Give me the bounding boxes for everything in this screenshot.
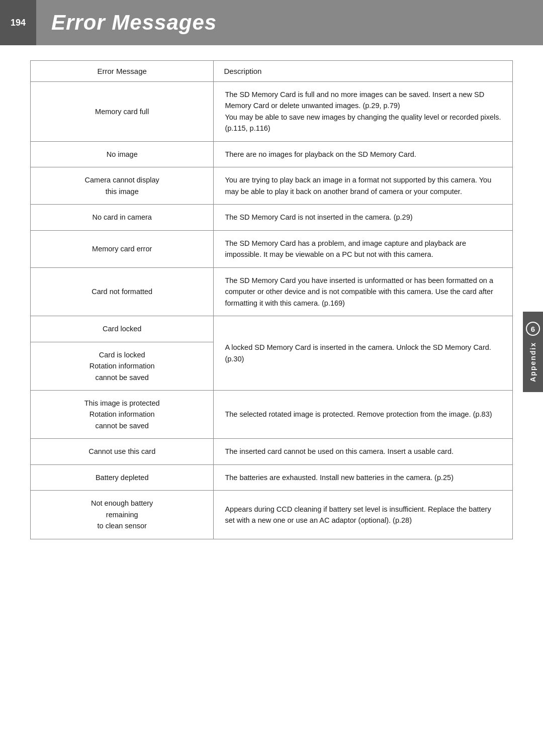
table-wrapper: Error Message Description Memory card fu… xyxy=(30,60,513,539)
error-messages-table: Error Message Description Memory card fu… xyxy=(30,60,513,539)
page-container: 194 Error Messages 6 Appendix Error Mess… xyxy=(0,0,543,756)
table-row: No imageThere are no images for playback… xyxy=(31,141,513,167)
message-cell: Card locked xyxy=(31,316,214,342)
side-tab: 6 Appendix xyxy=(523,312,543,392)
message-cell: This image is protected Rotation informa… xyxy=(31,390,214,438)
table-row: Card not formattedThe SD Memory Card you… xyxy=(31,267,513,316)
description-cell: The SD Memory Card is not inserted in th… xyxy=(214,205,513,230)
description-cell: A locked SD Memory Card is inserted in t… xyxy=(214,316,513,391)
page-number-box: 194 xyxy=(0,0,36,45)
message-cell: Memory card error xyxy=(31,230,214,267)
description-cell: You are trying to play back an image in … xyxy=(214,167,513,205)
description-cell: Appears during CCD cleaning if battery s… xyxy=(214,491,513,539)
table-row: Not enough battery remaining to clean se… xyxy=(31,491,513,539)
table-row: No card in cameraThe SD Memory Card is n… xyxy=(31,205,513,230)
description-cell: The selected rotated image is protected.… xyxy=(214,390,513,438)
table-row: Memory card errorThe SD Memory Card has … xyxy=(31,230,513,267)
table-row: Camera cannot display this imageYou are … xyxy=(31,167,513,205)
page-title: Error Messages xyxy=(51,11,217,35)
message-cell: Card is locked Rotation information cann… xyxy=(31,342,214,390)
table-row: Battery depletedThe batteries are exhaus… xyxy=(31,464,513,490)
table-row: Memory card fullThe SD Memory Card is fu… xyxy=(31,82,513,142)
message-cell: Cannot use this card xyxy=(31,439,214,464)
message-cell: Card not formatted xyxy=(31,267,214,316)
table-row: Card lockedA locked SD Memory Card is in… xyxy=(31,316,513,342)
description-cell: There are no images for playback on the … xyxy=(214,141,513,167)
table-row: Cannot use this cardThe inserted card ca… xyxy=(31,439,513,464)
header: 194 Error Messages xyxy=(0,0,543,45)
col-header-description: Description xyxy=(214,61,513,82)
title-box: Error Messages xyxy=(36,0,543,45)
col-header-message: Error Message xyxy=(31,61,214,82)
message-cell: No card in camera xyxy=(31,205,214,230)
side-tab-label: Appendix xyxy=(529,342,537,382)
description-cell: The SD Memory Card is full and no more i… xyxy=(214,82,513,142)
message-cell: Battery depleted xyxy=(31,464,214,490)
message-cell: No image xyxy=(31,141,214,167)
side-tab-number: 6 xyxy=(531,325,535,333)
side-tab-circle: 6 xyxy=(526,322,540,336)
table-row: This image is protected Rotation informa… xyxy=(31,390,513,438)
description-cell: The batteries are exhausted. Install new… xyxy=(214,464,513,490)
page-number: 194 xyxy=(11,18,26,28)
description-cell: The SD Memory Card you have inserted is … xyxy=(214,267,513,316)
message-cell: Not enough battery remaining to clean se… xyxy=(31,491,214,539)
message-cell: Memory card full xyxy=(31,82,214,142)
message-cell: Camera cannot display this image xyxy=(31,167,214,205)
description-cell: The SD Memory Card has a problem, and im… xyxy=(214,230,513,267)
description-cell: The inserted card cannot be used on this… xyxy=(214,439,513,464)
